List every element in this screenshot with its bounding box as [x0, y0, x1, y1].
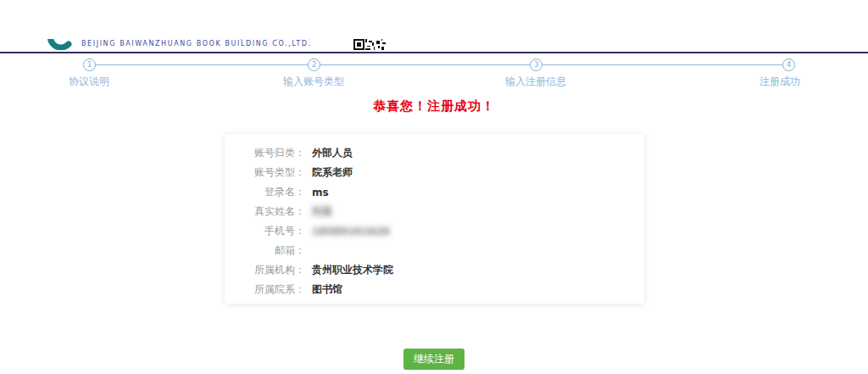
steps-connector-line	[89, 64, 788, 65]
field-label: 邮箱：	[225, 243, 305, 258]
company-name-english: BEIJING BAIWANZHUANG BOOK BUILDING CO.,L…	[81, 41, 335, 47]
field-value: ms	[312, 187, 329, 198]
registration-success-page: 首页 公司介绍 馆配电子书 联系我们 登录 | 注册 工作台 百图留言	[0, 0, 868, 374]
registration-summary-card: 账号归类： 外部人员 账号类型： 院系老师 登录名： ms 真实姓名： 刘某 手…	[225, 134, 644, 304]
step-1-label: 协议说明	[30, 75, 148, 89]
field-value: 贵州职业技术学院	[312, 263, 393, 277]
step-3-circle: 3	[530, 59, 542, 71]
step-4-circle: 4	[782, 59, 795, 71]
form-row-phone: 手机号： 18589161626	[225, 221, 644, 241]
form-row-institution: 所属机构： 贵州职业技术学院	[225, 260, 644, 280]
step-2-label: 输入账号类型	[254, 75, 373, 89]
step-3-label: 输入注册信息	[476, 75, 595, 89]
step-2-circle: 2	[308, 59, 320, 71]
continue-registration-button[interactable]: 继续注册	[403, 349, 465, 370]
registration-success-message: 恭喜您！注册成功！	[0, 98, 868, 114]
registration-progress-steps: 1 2 3 4 协议说明 输入账号类型 输入注册信息 注册成功	[0, 0, 868, 39]
form-row-login-name: 登录名： ms	[225, 182, 644, 202]
field-value: 外部人员	[312, 146, 353, 160]
field-label: 所属机构：	[225, 263, 305, 277]
field-label: 账号类型：	[225, 165, 305, 180]
field-value: 图书馆	[312, 282, 342, 297]
form-row-email: 邮箱：	[225, 241, 644, 260]
field-value-redacted: 刘某	[312, 204, 332, 219]
field-label: 登录名：	[225, 185, 305, 199]
field-label: 真实姓名：	[225, 204, 305, 219]
form-row-real-name: 真实姓名： 刘某	[225, 202, 644, 221]
field-value: 院系老师	[312, 165, 353, 180]
step-1-circle: 1	[83, 59, 96, 71]
step-4-label: 注册成功	[721, 75, 839, 89]
form-row-account-type: 账号类型： 院系老师	[225, 163, 644, 182]
field-label: 所属院系：	[225, 282, 305, 297]
form-row-department: 所属院系： 图书馆	[225, 280, 644, 299]
field-label: 账号归类：	[225, 146, 305, 160]
field-value-redacted: 18589161626	[312, 226, 390, 237]
form-row-account-category: 账号归类： 外部人员	[225, 143, 644, 163]
field-label: 手机号：	[225, 224, 305, 238]
